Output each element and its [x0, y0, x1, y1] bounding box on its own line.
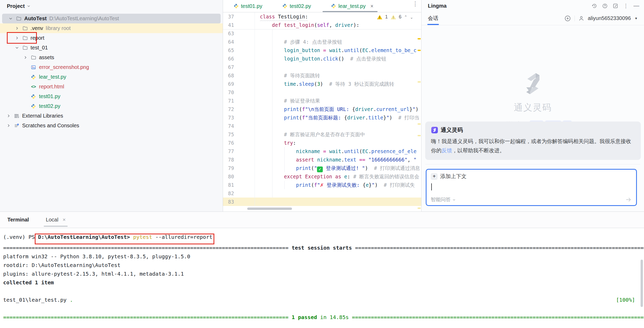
chat-input-box[interactable]: + 添加上下文 智能问答	[426, 169, 637, 206]
feedback-link[interactable]: 反馈	[442, 148, 452, 153]
lingma-logo-watermark	[517, 71, 548, 96]
tree-row--venv[interactable]: .venvlibrary root	[0, 23, 223, 33]
code-line-77: 77 nickname = wait.until(EC.presence_of_…	[223, 147, 421, 155]
terminal-line: platform win32 -- Python 3.8.10, pytest-…	[3, 252, 644, 261]
tree-item-label: test01.py	[39, 93, 60, 99]
vertical-scrollbar[interactable]	[641, 260, 643, 307]
code-line-68: 68 # 等待页面跳转	[223, 71, 421, 80]
terminal-output[interactable]: (.venv) PS D:\AutoTestLearning\AutoTest>…	[0, 228, 644, 322]
new-chat-icon[interactable]	[613, 3, 618, 9]
line-number: 69	[223, 80, 255, 88]
chevron-collapsed-icon[interactable]	[23, 55, 28, 60]
tree-item-label: .venv	[31, 25, 43, 31]
code-line-79: 79 print("✓ 登录测试通过! ") # 打印测试通过消息	[223, 164, 421, 172]
tree-item-label: report.html	[39, 84, 64, 90]
close-icon[interactable]: ×	[370, 3, 374, 9]
send-icon[interactable]	[625, 196, 632, 203]
line-number: 41	[223, 21, 255, 29]
line-number: 73	[223, 113, 255, 122]
add-context-label[interactable]: 添加上下文	[440, 173, 467, 180]
tab-label: lear_test.py	[338, 3, 365, 9]
code-line-76: 76 try:	[223, 139, 421, 147]
tree-row-external-libraries[interactable]: External Libraries	[0, 111, 223, 121]
line-number: 81	[223, 181, 255, 189]
tab-options-icon[interactable]: ⋮	[412, 3, 418, 5]
warning-count: 1	[385, 14, 388, 20]
tree-item-suffix: D:\AutoTestLearning\AutoTest	[49, 16, 119, 22]
tree-row-test01-py[interactable]: test01.py	[0, 92, 223, 101]
code-line-64: 64 # 步骤 4: 点击登录按钮	[223, 38, 421, 46]
user-icon	[578, 16, 584, 21]
editor-panel: test01.pytest02.pylear_test.py×⋮ 37class…	[223, 0, 421, 211]
code-line-82: 82	[223, 189, 421, 198]
mode-selector[interactable]: 智能问答	[431, 196, 456, 203]
weak-warning-count: 6	[399, 14, 402, 20]
account-name[interactable]: aliyun5652330096	[588, 15, 631, 21]
line-number: 71	[223, 97, 255, 105]
editor-tab-test01-py[interactable]: test01.py	[224, 0, 272, 12]
tab-label: test01.py	[241, 3, 262, 9]
code-line-75: 75 # 断言验证用户名是否存在于页面中	[223, 130, 421, 139]
more-icon[interactable]: ⋮	[623, 5, 628, 7]
line-number: 65	[223, 46, 255, 54]
code-editor[interactable]: 37class TestLogin:41 def test_login(self…	[223, 12, 421, 211]
code-line-74: 74	[223, 122, 421, 130]
tree-row-assets[interactable]: assets	[0, 53, 223, 62]
line-number: 67	[223, 63, 255, 71]
new-session-icon[interactable]	[564, 15, 571, 22]
tree-item-label: lear_test.py	[39, 74, 66, 80]
stripe-warning-mark	[418, 208, 421, 209]
tree-item-label: AutoTest	[24, 16, 47, 22]
inspection-widget[interactable]: 1 6 ⌃ ⌃	[376, 14, 414, 20]
line-number: 72	[223, 105, 255, 113]
tree-row-error-screenshot-png[interactable]: error_screenshot.png	[0, 62, 223, 72]
tree-row-test02-py[interactable]: test02.py	[0, 101, 223, 111]
minimize-icon[interactable]: —	[633, 2, 639, 9]
tree-item-label: report	[31, 35, 44, 41]
python-icon	[234, 3, 239, 9]
python-icon	[31, 94, 36, 99]
tree-item-label: Scratches and Consoles	[22, 123, 79, 129]
next-problem-icon[interactable]: ⌃	[410, 15, 413, 19]
close-icon[interactable]: ×	[63, 217, 66, 223]
chevron-collapsed-icon[interactable]	[6, 114, 11, 118]
chevron-collapsed-icon[interactable]	[15, 26, 19, 31]
line-number: 79	[223, 164, 255, 172]
prev-problem-icon[interactable]: ⌃	[404, 15, 408, 19]
terminal-tool-window-label[interactable]: Terminal	[7, 217, 29, 223]
add-context-icon[interactable]: +	[431, 173, 438, 180]
account-dropdown-icon[interactable]: ▼	[635, 17, 638, 20]
tree-row-autotest[interactable]: AutoTestD:\AutoTestLearning\AutoTest	[2, 14, 221, 23]
tree-row-report[interactable]: report	[0, 33, 223, 43]
python-icon	[331, 3, 336, 9]
assistant-message: 嗨！我是通义灵码，我可以和你一起编程，或者为你解答编码相关问题。我很乐意接收你的…	[431, 137, 635, 155]
lingma-header: Lingma ⋮ —	[422, 0, 644, 12]
lingma-watermark: 通义灵码 打开/关闭窗口 Ctrl Shift L	[422, 71, 644, 128]
chevron-expanded-icon[interactable]	[15, 46, 19, 50]
chevron-expanded-icon[interactable]	[8, 16, 13, 21]
lingma-tab-row: 会话 aliyun5652330096 ▼	[422, 12, 644, 25]
tree-row-test-01[interactable]: test_01	[0, 43, 223, 53]
tree-item-suffix: library root	[46, 25, 71, 31]
tree-row-report-html[interactable]: <>report.html	[0, 82, 223, 92]
tab-session[interactable]: 会话	[428, 12, 438, 25]
folder-icon	[31, 55, 36, 60]
editor-tab-test02-py[interactable]: test02.py	[272, 0, 321, 12]
terminal-tab-local[interactable]: Local ×	[44, 212, 68, 228]
chevron-collapsed-icon[interactable]	[15, 36, 19, 40]
terminal-line	[3, 304, 644, 313]
help-icon[interactable]	[602, 3, 608, 9]
project-view-selector[interactable]: Project	[7, 3, 25, 9]
line-number: 63	[223, 29, 255, 38]
tree-item-label: test02.py	[39, 103, 60, 109]
code-line-81: 81 print(f"✗ 登录测试失败: {e}") # 打印测试失	[223, 181, 421, 189]
history-icon[interactable]	[592, 3, 597, 9]
chevron-collapsed-icon[interactable]	[6, 123, 11, 128]
horizontal-scrollbar[interactable]	[247, 208, 292, 210]
python-icon	[31, 104, 36, 109]
editor-tab-lear_test-py[interactable]: lear_test.py×	[321, 0, 379, 12]
stripe-warning-mark	[418, 50, 421, 51]
tree-row-scratches-and-consoles[interactable]: Scratches and Consoles	[0, 121, 223, 130]
code-line-65: 65 login_button = wait.until(EC.element_…	[223, 46, 421, 54]
tree-row-lear-test-py[interactable]: lear_test.py	[0, 72, 223, 82]
